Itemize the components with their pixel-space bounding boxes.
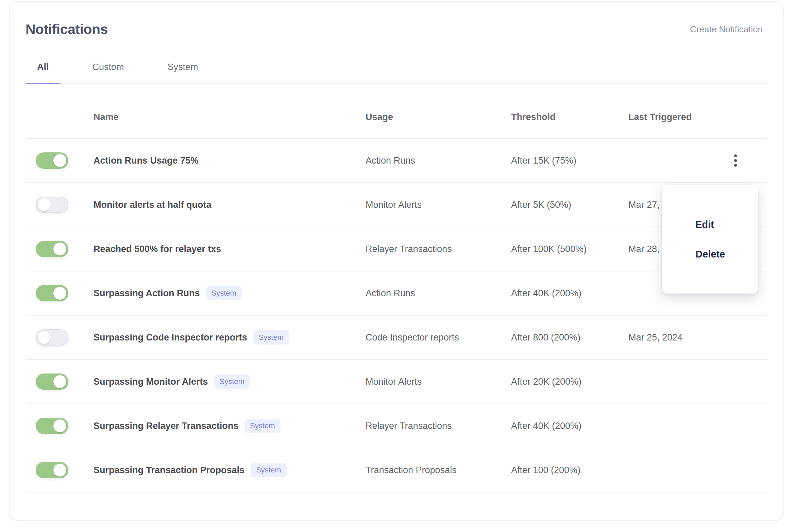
name-cell: Surpassing Transaction Proposals System (94, 463, 366, 477)
name-cell: Surpassing Code Inspector reports System (94, 330, 366, 345)
notifications-page: Notifications Create Notification AllCus… (0, 0, 793, 532)
notification-toggle[interactable] (36, 462, 68, 478)
notification-toggle[interactable] (36, 197, 68, 213)
toggle-cell (26, 197, 94, 213)
usage-cell: Monitor Alerts (366, 377, 511, 387)
toggle-cell (26, 241, 94, 257)
table-row: Surpassing Transaction Proposals System … (26, 448, 767, 493)
system-badge: System (253, 330, 289, 345)
notification-toggle[interactable] (36, 373, 68, 390)
notification-name: Monitor alerts at half quota (94, 200, 212, 210)
toggle-knob (38, 331, 51, 344)
tab-all[interactable]: All (26, 55, 61, 83)
menu-item-edit[interactable]: Edit (662, 210, 758, 239)
kebab-menu-button[interactable] (729, 151, 742, 170)
toggle-knob (38, 198, 51, 211)
usage-cell: Code Inspector reports (366, 332, 511, 343)
notification-name: Surpassing Code Inspector reports (94, 332, 247, 343)
notification-toggle[interactable] (36, 241, 68, 257)
notification-name: Reached 500% for relayer txs (94, 244, 221, 254)
actions-cell (726, 461, 767, 480)
tab-custom[interactable]: Custom (81, 55, 136, 83)
name-cell: Reached 500% for relayer txs (94, 244, 366, 254)
system-badge: System (251, 463, 286, 477)
actions-cell (726, 151, 767, 170)
toggle-cell (26, 285, 94, 301)
table-row: Action Runs Usage 75% Action Runs After … (26, 139, 767, 183)
last-triggered-cell: Mar 25, 2024 (628, 332, 726, 343)
toggle-cell (26, 418, 94, 434)
table-header-row: Name Usage Threshold Last Triggered (26, 84, 767, 139)
toggle-knob (53, 419, 66, 432)
usage-cell: Monitor Alerts (366, 200, 511, 210)
actions-cell (726, 328, 767, 347)
column-header-name: Name (94, 112, 366, 122)
card-header: Notifications Create Notification (26, 2, 767, 37)
threshold-cell: After 800 (200%) (511, 332, 628, 343)
page-title: Notifications (26, 21, 108, 37)
notification-name: Surpassing Relayer Transactions (94, 421, 238, 431)
create-notification-button[interactable]: Create Notification (690, 24, 763, 35)
system-badge: System (244, 419, 280, 433)
table-row: Surpassing Code Inspector reports System… (26, 316, 767, 360)
menu-item-delete[interactable]: Delete (662, 239, 758, 269)
usage-cell: Transaction Proposals (366, 465, 511, 476)
threshold-cell: After 100K (500%) (511, 244, 628, 254)
notifications-table: Name Usage Threshold Last Triggered Acti… (26, 84, 767, 493)
threshold-cell: After 5K (50%) (511, 200, 628, 210)
threshold-cell: After 15K (75%) (511, 155, 628, 166)
notification-name: Surpassing Transaction Proposals (94, 465, 244, 476)
context-menu: Edit Delete (662, 185, 758, 294)
tab-bar: AllCustomSystem (26, 55, 767, 84)
table-body: Action Runs Usage 75% Action Runs After … (26, 139, 767, 493)
threshold-cell: After 100 (200%) (511, 465, 628, 476)
actions-cell (726, 372, 767, 391)
notification-toggle[interactable] (36, 285, 68, 301)
toggle-cell (26, 329, 94, 346)
table-row: Surpassing Action Runs System Action Run… (26, 271, 767, 316)
toggle-cell (26, 373, 94, 390)
name-cell: Action Runs Usage 75% (94, 155, 366, 166)
kebab-dot (734, 164, 737, 167)
name-cell: Surpassing Monitor Alerts System (94, 375, 366, 389)
table-row: Monitor alerts at half quota Monitor Ale… (26, 183, 767, 227)
threshold-cell: After 40K (200%) (511, 421, 628, 431)
column-header-threshold: Threshold (511, 112, 628, 122)
tab-system[interactable]: System (156, 55, 210, 83)
notification-name: Action Runs Usage 75% (94, 155, 199, 166)
name-cell: Surpassing Action Runs System (94, 286, 366, 300)
column-header-usage: Usage (366, 112, 511, 122)
toggle-knob (53, 154, 66, 167)
system-badge: System (206, 286, 242, 300)
toggle-cell (26, 152, 94, 169)
notification-toggle[interactable] (36, 152, 68, 169)
notification-name: Surpassing Monitor Alerts (94, 377, 208, 387)
actions-cell (726, 416, 767, 435)
kebab-dot (734, 159, 737, 162)
notification-toggle[interactable] (36, 329, 68, 346)
usage-cell: Action Runs (366, 155, 511, 166)
toggle-knob (53, 464, 66, 477)
usage-cell: Relayer Transactions (366, 244, 511, 254)
notification-name: Surpassing Action Runs (94, 288, 200, 299)
threshold-cell: After 20K (200%) (511, 377, 628, 387)
table-row: Surpassing Relayer Transactions System R… (26, 404, 767, 448)
name-cell: Surpassing Relayer Transactions System (94, 419, 366, 433)
table-row: Reached 500% for relayer txs Relayer Tra… (26, 227, 767, 271)
usage-cell: Relayer Transactions (366, 421, 511, 431)
column-header-last-triggered: Last Triggered (628, 112, 726, 122)
name-cell: Monitor alerts at half quota (94, 200, 366, 210)
toggle-knob (53, 243, 66, 255)
table-row: Surpassing Monitor Alerts System Monitor… (26, 360, 767, 404)
threshold-cell: After 40K (200%) (511, 288, 628, 299)
toggle-knob (53, 375, 66, 388)
notification-toggle[interactable] (36, 418, 68, 434)
toggle-cell (26, 462, 94, 478)
kebab-dot (734, 154, 737, 157)
usage-cell: Action Runs (366, 288, 511, 299)
system-badge: System (214, 375, 250, 389)
toggle-knob (53, 287, 66, 300)
